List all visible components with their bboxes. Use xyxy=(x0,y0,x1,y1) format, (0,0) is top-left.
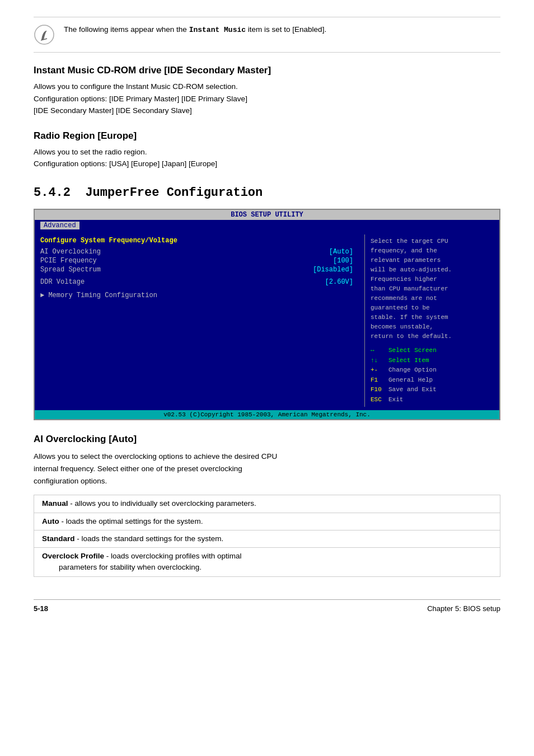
bios-title-bar: BIOS SETUP UTILITY xyxy=(35,210,499,220)
bios-key-row-change-option: +- Change Option xyxy=(371,365,494,375)
bios-submenu-label: Memory Timing Configuration xyxy=(48,292,157,299)
bios-row-ddr: DDR Voltage [2.60V] xyxy=(40,278,359,286)
bios-submenu: ► Memory Timing Configuration xyxy=(40,292,359,299)
bios-action-save-exit: Save and Exit xyxy=(388,385,437,395)
bios-value-spread: [Disabled] xyxy=(313,266,353,274)
note-box: The following items appear when the Inst… xyxy=(34,17,500,53)
bios-label-ddr: DDR Voltage xyxy=(40,278,85,286)
bios-screen: BIOS SETUP UTILITY Advanced Configure Sy… xyxy=(34,209,500,421)
bios-submenu-arrow: ► xyxy=(40,292,48,299)
bios-value-pcie: [100] xyxy=(333,257,353,265)
option-manual-desc: - allows you to individually set overclo… xyxy=(70,499,256,508)
ai-options-table: Manual - allows you to individually set … xyxy=(34,495,500,576)
section1-body: Allows you to configure the Instant Musi… xyxy=(34,81,500,117)
bios-key-row-esc: ESC Exit xyxy=(371,395,494,405)
bios-key-row-select-screen: ↔ Select Screen xyxy=(371,346,494,355)
bios-key-arrows-lr: ↔ xyxy=(371,346,386,355)
bios-key-plusminus: +- xyxy=(371,365,386,375)
chapter-heading: 5.4.2 JumperFree Configuration xyxy=(34,186,500,200)
bios-label-spread: Spread Spectrum xyxy=(40,266,101,274)
ai-section-body: Allows you to select the overclocking op… xyxy=(34,450,500,487)
ai-section-heading: AI Overclocking [Auto] xyxy=(34,434,500,445)
bios-key-arrows-ud: ↑↓ xyxy=(371,356,386,365)
bios-left-panel: Configure System Frequency/Voltage AI Ov… xyxy=(35,234,365,407)
bios-row-spread: Spread Spectrum [Disabled] xyxy=(40,266,359,274)
option-overclock: Overclock Profile - loads overclocking p… xyxy=(34,548,500,577)
bios-menu-bar: Advanced xyxy=(35,220,499,231)
bios-action-select-item: Select Item xyxy=(388,356,429,365)
option-manual: Manual - allows you to individually set … xyxy=(34,495,500,513)
bios-footer: v02.53 (C)Copyright 1985-2003, American … xyxy=(35,410,499,419)
bios-value-ai: [Auto] xyxy=(329,248,353,256)
bios-action-select-screen: Select Screen xyxy=(388,346,437,355)
bios-action-exit: Exit xyxy=(388,395,403,405)
section2-heading: Radio Region [Europe] xyxy=(34,130,500,142)
bios-action-change-option: Change Option xyxy=(388,365,437,375)
bios-content: Configure System Frequency/Voltage AI Ov… xyxy=(35,231,499,411)
bios-key-f10: F10 xyxy=(371,385,386,395)
option-row-overclock: Overclock Profile - loads overclocking p… xyxy=(34,548,500,577)
option-overclock-label: Overclock Profile xyxy=(42,552,104,560)
option-manual-label: Manual xyxy=(42,499,68,508)
bios-help-text: Select the target CPU frequency, and the… xyxy=(371,237,494,342)
section2-body: Allows you to set the radio region. Conf… xyxy=(34,146,500,170)
option-standard: Standard - loads the standard settings f… xyxy=(34,530,500,547)
bios-key-f1: F1 xyxy=(371,375,386,385)
bios-help-keys: ↔ Select Screen ↑↓ Select Item +- Change… xyxy=(371,346,494,404)
bios-active-tab: Advanced xyxy=(40,222,79,229)
bios-key-row-select-item: ↑↓ Select Item xyxy=(371,356,494,365)
chapter-reference: Chapter 5: BIOS setup xyxy=(427,604,500,613)
option-row-auto: Auto - loads the optimal settings for th… xyxy=(34,513,500,530)
page-footer: 5-18 Chapter 5: BIOS setup xyxy=(34,599,500,613)
bios-right-panel: Select the target CPU frequency, and the… xyxy=(365,234,499,407)
bios-key-esc: ESC xyxy=(371,395,386,405)
note-text: The following items appear when the Inst… xyxy=(64,24,326,36)
option-auto: Auto - loads the optimal settings for th… xyxy=(34,513,500,530)
bios-key-row-f10: F10 Save and Exit xyxy=(371,385,494,395)
option-standard-label: Standard xyxy=(42,534,75,543)
page-number: 5-18 xyxy=(34,604,48,613)
option-standard-desc: - loads the standard settings for the sy… xyxy=(77,534,223,543)
option-auto-desc: - loads the optimal settings for the sys… xyxy=(62,517,203,525)
bios-key-row-f1: F1 General Help xyxy=(371,375,494,385)
section1-heading: Instant Music CD-ROM drive [IDE Secondar… xyxy=(34,65,500,76)
option-auto-label: Auto xyxy=(42,517,59,525)
bios-row-pcie: PCIE Frequency [100] xyxy=(40,257,359,265)
bios-config-header: Configure System Frequency/Voltage xyxy=(40,237,359,245)
option-row-standard: Standard - loads the standard settings f… xyxy=(34,530,500,547)
bios-label-ai: AI Overclocking xyxy=(40,248,101,256)
note-icon xyxy=(34,24,55,45)
bios-value-ddr: [2.60V] xyxy=(325,278,353,286)
bios-action-general-help: General Help xyxy=(388,375,433,385)
bios-row-ai: AI Overclocking [Auto] xyxy=(40,248,359,256)
option-row-manual: Manual - allows you to individually set … xyxy=(34,495,500,513)
bios-label-pcie: PCIE Frequency xyxy=(40,257,97,265)
